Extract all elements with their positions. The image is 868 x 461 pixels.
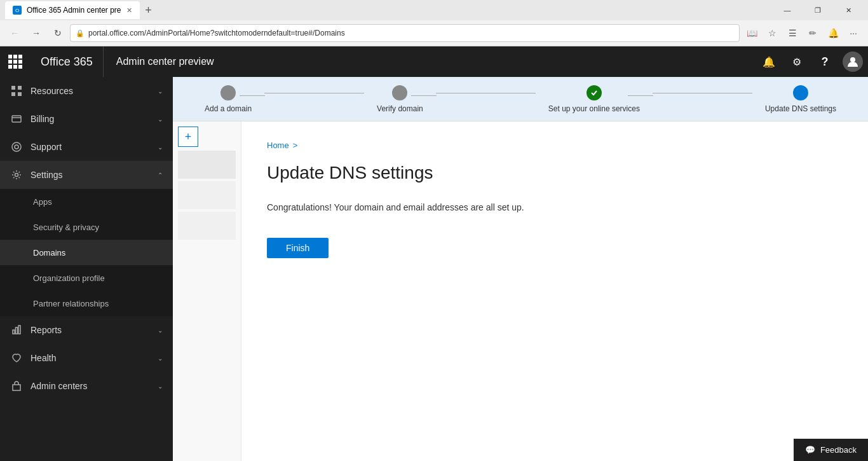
svg-rect-1 — [11, 86, 15, 90]
step-verify-domain-label: Verify domain — [377, 104, 423, 113]
finish-button[interactable]: Finish — [267, 238, 329, 258]
page-content: Home > Update DNS settings Congratulatio… — [241, 121, 868, 461]
svg-point-7 — [12, 142, 21, 151]
security-label: Security & privacy — [33, 223, 99, 232]
page-title: Update DNS settings — [267, 163, 843, 183]
step-setup-online: Set up your online services — [536, 85, 653, 113]
sidebar-subitem-security[interactable]: Security & privacy — [0, 214, 173, 240]
sidebar-item-support[interactable]: Support ⌄ — [0, 133, 173, 161]
left-panel-item-1[interactable] — [178, 151, 236, 179]
browser-titlebar: O Office 365 Admin center pre ✕ + — ❐ ✕ — [0, 0, 868, 20]
close-button[interactable]: ✕ — [834, 1, 863, 19]
waffle-menu-button[interactable] — [0, 46, 31, 77]
add-button[interactable]: + — [178, 127, 198, 147]
svg-rect-3 — [11, 92, 15, 96]
sidebar-subitem-domains[interactable]: Domains — [0, 240, 173, 265]
sidebar-item-resources[interactable]: Resources ⌄ — [0, 77, 173, 105]
breadcrumb-separator: > — [293, 141, 298, 150]
step-add-domain-circle — [220, 85, 236, 100]
support-icon — [10, 141, 23, 153]
settings-icon — [10, 169, 23, 181]
health-chevron: ⌄ — [158, 355, 163, 362]
app-topbar: Office 365 Admin center preview 🔔 ⚙ ? — [0, 46, 868, 77]
reports-chevron: ⌄ — [158, 327, 163, 334]
health-icon — [10, 352, 23, 364]
browser-tab[interactable]: O Office 365 Admin center pre ✕ — [5, 1, 140, 19]
below-stepper: + Home > Update DNS settings Congratu — [173, 121, 868, 461]
sidebar-item-reports[interactable]: Reports ⌄ — [0, 316, 173, 344]
notifications-button[interactable]: 🔔 — [824, 24, 843, 43]
svg-rect-5 — [12, 116, 21, 122]
sidebar-subitem-partner[interactable]: Partner relationships — [0, 291, 173, 316]
new-tab-button[interactable]: + — [140, 1, 158, 19]
svg-point-9 — [15, 174, 18, 177]
resources-label: Resources — [31, 86, 150, 96]
breadcrumb-home[interactable]: Home — [267, 141, 289, 150]
step-connector-3 — [653, 93, 752, 93]
sidebar-subitem-org-profile[interactable]: Organization profile — [0, 265, 173, 291]
admin-centers-icon — [10, 380, 23, 392]
step-update-dns: Update DNS settings — [752, 85, 849, 113]
sidebar: Resources ⌄ Billing ⌄ Support ⌄ — [0, 77, 173, 461]
topbar-actions: 🔔 ⚙ ? — [756, 49, 868, 74]
notification-button[interactable]: 🔔 — [756, 49, 782, 74]
restore-button[interactable]: ❐ — [803, 1, 832, 19]
left-panel-item-3[interactable] — [178, 212, 236, 240]
resources-chevron: ⌄ — [158, 88, 163, 95]
admin-centers-label: Admin centers — [31, 381, 150, 391]
feedback-button[interactable]: 💬 Feedback — [794, 439, 868, 461]
lock-icon: 🔒 — [76, 29, 85, 38]
app-container: Office 365 Admin center preview 🔔 ⚙ ? — [0, 46, 868, 461]
refresh-button[interactable]: ↻ — [48, 24, 67, 43]
step-connector-1 — [264, 93, 364, 93]
content-area: Add a domain Verify domain Set up your o… — [173, 77, 868, 461]
tab-close-button[interactable]: ✕ — [126, 6, 132, 15]
address-bar[interactable]: 🔒 portal.office.com/AdminPortal/Home?swi… — [70, 24, 740, 42]
favorites-button[interactable]: ☆ — [763, 24, 782, 43]
resources-icon — [10, 85, 23, 97]
window-controls: — ❐ ✕ — [773, 1, 863, 19]
step-setup-online-label: Set up your online services — [548, 104, 640, 113]
more-button[interactable]: ··· — [844, 24, 863, 43]
sidebar-item-admin-centers[interactable]: Admin centers ⌄ — [0, 372, 173, 400]
back-button[interactable]: ← — [5, 24, 24, 43]
avatar[interactable] — [843, 52, 863, 72]
breadcrumb: Home > — [267, 141, 843, 150]
page-description: Congratulations! Your domain and email a… — [267, 202, 843, 212]
forward-button[interactable]: → — [27, 24, 46, 43]
notes-button[interactable]: ✏ — [803, 24, 822, 43]
apps-label: Apps — [33, 197, 52, 207]
billing-label: Billing — [31, 114, 150, 124]
step-update-dns-label: Update DNS settings — [765, 104, 836, 113]
checkmark-icon — [590, 89, 598, 97]
step-verify-domain: Verify domain — [364, 85, 436, 113]
left-panel-item-2[interactable] — [178, 181, 236, 209]
brand-text: Office 365 — [41, 55, 93, 69]
sidebar-item-settings[interactable]: Settings ⌃ — [0, 161, 173, 189]
partner-label: Partner relationships — [33, 299, 109, 308]
url-text: portal.office.com/AdminPortal/Home?switc… — [88, 29, 345, 38]
sidebar-subitem-apps[interactable]: Apps — [0, 189, 173, 214]
step-add-domain-label: Add a domain — [205, 104, 252, 113]
reader-button[interactable]: 📖 — [742, 24, 761, 43]
health-label: Health — [31, 353, 150, 363]
stepper-bar: Add a domain Verify domain Set up your o… — [173, 77, 868, 121]
app-brand: Office 365 — [31, 46, 104, 77]
main-layout: Resources ⌄ Billing ⌄ Support ⌄ — [0, 77, 868, 461]
settings-label: Settings — [31, 170, 150, 180]
feedback-label: Feedback — [820, 445, 857, 455]
svg-point-0 — [850, 57, 855, 62]
help-button[interactable]: ? — [812, 49, 837, 74]
browser-chrome: O Office 365 Admin center pre ✕ + — ❐ ✕ … — [0, 0, 868, 46]
sidebar-item-billing[interactable]: Billing ⌄ — [0, 105, 173, 133]
minimize-button[interactable]: — — [773, 1, 802, 19]
avatar-icon — [846, 55, 859, 68]
settings-button[interactable]: ⚙ — [784, 49, 810, 74]
step-add-domain: Add a domain — [192, 85, 264, 113]
svg-point-8 — [15, 145, 18, 149]
svg-rect-2 — [18, 86, 22, 90]
tab-favicon: O — [13, 6, 22, 15]
svg-rect-4 — [18, 92, 22, 96]
hub-button[interactable]: ☰ — [783, 24, 802, 43]
sidebar-item-health[interactable]: Health ⌄ — [0, 344, 173, 372]
